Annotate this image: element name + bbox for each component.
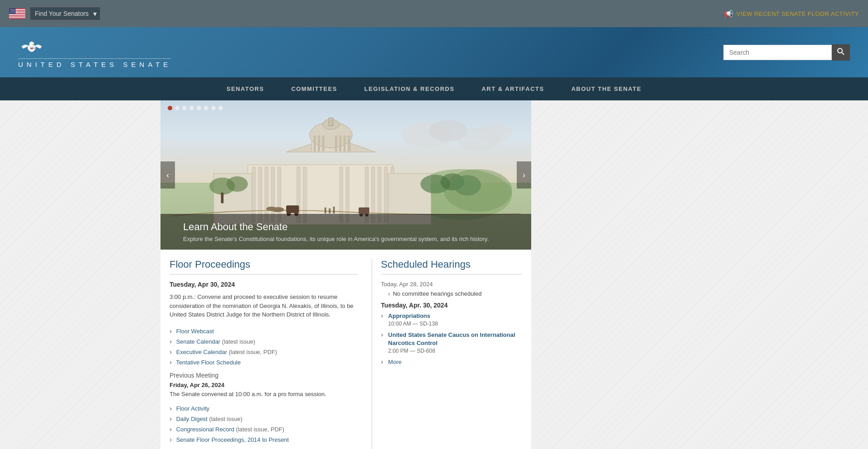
slide-dot-1[interactable]	[168, 106, 172, 110]
svg-point-17	[838, 48, 842, 53]
tuesday-hearing-date: Tuesday, Apr. 30, 2024	[381, 302, 522, 309]
narcotics-time: 2:00 PM — SD-608	[388, 348, 522, 354]
find-senators-wrapper[interactable]: Find Your Senators	[30, 7, 100, 20]
senate-calendar-suffix: (latest issue)	[222, 338, 255, 345]
exec-calendar-suffix: (latest issue, PDF)	[229, 349, 277, 355]
svg-rect-16	[31, 47, 33, 48]
floor-activity-text: VIEW RECENT SENATE FLOOR ACTIVITY	[736, 10, 859, 17]
floor-webcast-link[interactable]: Floor Webcast	[176, 328, 214, 335]
prev-floor-activity: Floor Activity	[170, 403, 358, 413]
slide-description: Explore the Senate's Constitutional foun…	[183, 236, 509, 242]
svg-rect-15	[31, 47, 33, 47]
slideshow-section: Learn About the Senate Explore the Senat…	[160, 100, 531, 250]
tentative-schedule-link[interactable]: Tentative Floor Schedule	[176, 359, 241, 366]
eagle-logo-icon: ★★★	[18, 36, 45, 57]
find-senators-dropdown[interactable]: Find Your Senators	[30, 7, 100, 20]
svg-point-63	[226, 176, 248, 192]
search-icon	[837, 48, 844, 55]
svg-text:★★★★★★: ★★★★★★	[9, 11, 18, 13]
proceedings-hearings-container: Floor Proceedings Tuesday, Apr 30, 2024 …	[170, 259, 522, 449]
site-header: ★★★ UNITED STATES SENATE	[0, 27, 868, 77]
prev-daily-digest: Daily Digest (latest issue)	[170, 413, 358, 424]
prev-cong-record: Congressional Record (latest issue, PDF)	[170, 424, 358, 434]
slide-dot-8[interactable]	[218, 106, 223, 110]
no-hearings-text: No committee hearings scheduled	[381, 290, 522, 297]
proceedings-section: Floor Proceedings Tuesday, Apr 30, 2024 …	[160, 250, 531, 449]
current-floor-text: 3:00 p.m.: Convene and proceed to execut…	[170, 293, 358, 319]
current-date: Tuesday, Apr 30, 2024	[170, 281, 358, 288]
svg-rect-44	[335, 136, 337, 151]
nav-item-senators[interactable]: SENATORS	[213, 77, 278, 100]
svg-point-12	[29, 42, 34, 47]
appropriations-time: 10:00 AM — SD-138	[388, 321, 522, 327]
more-hearings-link[interactable]: More	[381, 359, 402, 365]
slide-dot-7[interactable]	[211, 106, 216, 110]
main-nav: SENATORS COMMITTEES LEGISLATION & RECORD…	[0, 77, 868, 100]
slide-dot-2[interactable]	[175, 106, 179, 110]
slide-caption: Learn About the Senate Explore the Senat…	[160, 214, 531, 250]
appropriations-link[interactable]: Appropriations	[388, 312, 430, 319]
svg-rect-4	[9, 14, 25, 15]
prev-floor-links: Floor Activity Daily Digest (latest issu…	[170, 403, 358, 444]
megaphone-icon: 📢	[724, 9, 734, 18]
daily-digest-suffix: (latest issue)	[209, 416, 243, 422]
nav-item-about[interactable]: ABOUT THE SENATE	[558, 77, 655, 100]
svg-rect-43	[322, 136, 324, 151]
nav-item-art[interactable]: ART & ARTIFACTS	[468, 77, 557, 100]
svg-rect-47	[348, 136, 350, 151]
search-input[interactable]	[723, 45, 832, 60]
prev-meeting-text: The Senate convened at 10:00 a.m. for a …	[170, 390, 358, 398]
hearing-item-appropriations: Appropriations 10:00 AM — SD-138	[381, 312, 522, 327]
floor-link-calendar: Senate Calendar (latest issue)	[170, 336, 358, 346]
nav-item-committees[interactable]: COMMITTEES	[278, 77, 351, 100]
slide-dot-5[interactable]	[197, 106, 201, 110]
top-bar: ★★★★★★ ★★★★★ ★★★★★★ Find Your Senators 📢…	[0, 0, 868, 27]
svg-rect-53	[359, 208, 369, 214]
slide-dots	[168, 106, 223, 110]
slide-dot-6[interactable]	[204, 106, 208, 110]
floor-activity-link[interactable]: 📢 VIEW RECENT SENATE FLOOR ACTIVITY	[724, 9, 859, 18]
svg-point-70	[478, 123, 512, 142]
floor-proceedings: Floor Proceedings Tuesday, Apr 30, 2024 …	[170, 259, 358, 449]
top-bar-left: ★★★★★★ ★★★★★ ★★★★★★ Find Your Senators	[9, 7, 100, 20]
svg-rect-58	[325, 208, 326, 213]
floor-link-exec-calendar: Executive Calendar (latest issue, PDF)	[170, 346, 358, 357]
narcotics-link[interactable]: United States Senate Caucus on Internati…	[388, 331, 515, 346]
logo-area: ★★★ UNITED STATES SENATE	[18, 36, 171, 68]
us-flag-icon: ★★★★★★ ★★★★★ ★★★★★★	[9, 8, 25, 19]
svg-rect-6	[9, 17, 25, 18]
slide-dot-3[interactable]	[182, 106, 187, 110]
floor-activity-link-item[interactable]: Floor Activity	[176, 405, 210, 412]
floor-link-webcast: Floor Webcast	[170, 326, 358, 336]
svg-rect-40	[329, 118, 333, 126]
search-area	[723, 44, 850, 61]
slide-prev-button[interactable]: ‹	[160, 161, 175, 189]
svg-point-57	[266, 207, 277, 211]
slide-dot-4[interactable]	[189, 106, 194, 110]
cong-record-link[interactable]: Congressional Record	[176, 426, 235, 433]
floor-link-tentative: Tentative Floor Schedule	[170, 357, 358, 367]
svg-line-18	[842, 52, 844, 55]
svg-point-66	[454, 175, 481, 195]
floor-proceedings-title: Floor Proceedings	[170, 259, 358, 274]
floor-proceedings-archive-link[interactable]: Senate Floor Proceedings, 2014 to Presen…	[176, 436, 289, 443]
senate-calendar-link[interactable]: Senate Calendar	[176, 338, 221, 345]
prev-meeting-header: Previous Meeting	[170, 372, 358, 379]
svg-rect-46	[344, 136, 345, 151]
svg-rect-59	[329, 208, 330, 213]
hearing-item-narcotics: United States Senate Caucus on Internati…	[381, 331, 522, 354]
daily-digest-link[interactable]: Daily Digest	[176, 416, 208, 422]
svg-rect-60	[333, 207, 335, 213]
senate-title: UNITED STATES SENATE	[18, 58, 171, 68]
prev-meeting-date: Friday, Apr 26, 2024	[170, 382, 358, 388]
svg-rect-62	[221, 193, 224, 203]
search-button[interactable]	[832, 44, 850, 61]
slide-next-button[interactable]: ›	[517, 161, 531, 189]
slide-title: Learn About the Senate	[183, 221, 509, 233]
svg-rect-42	[318, 136, 320, 151]
cong-record-suffix: (latest issue, PDF)	[236, 426, 284, 433]
nav-item-legislation[interactable]: LEGISLATION & RECORDS	[351, 77, 468, 100]
floor-links-list: Floor Webcast Senate Calendar (latest is…	[170, 326, 358, 367]
svg-rect-5	[9, 16, 25, 17]
exec-calendar-link[interactable]: Executive Calendar	[176, 349, 227, 355]
